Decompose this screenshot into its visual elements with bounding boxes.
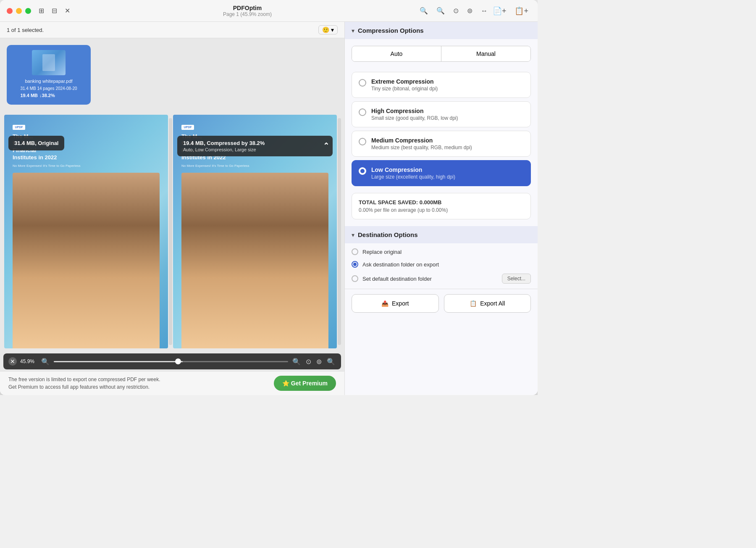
high-compression-option[interactable]: High Compression Small size (good qualit…	[352, 101, 531, 127]
pdf-date: 2024-08-20	[55, 86, 77, 91]
medium-option-text: Medium Compression Medium size (best qua…	[371, 137, 472, 150]
zoom-fill	[54, 361, 183, 362]
extreme-compression-option[interactable]: Extreme Compression Tiny size (bitonal, …	[352, 72, 531, 98]
export-file-button[interactable]: 📋+	[512, 5, 531, 17]
updf-logo-left: UPDF	[13, 125, 25, 130]
low-option-text: Low Compression Large size (excellent qu…	[371, 166, 455, 180]
zoom-slider-container[interactable]	[54, 361, 288, 362]
savings-percent: ↓38.2%	[39, 92, 55, 100]
ask-label: Ask destination folder on export	[362, 261, 439, 268]
selection-bar: 1 of 1 selected. 🙂 ▾	[0, 22, 344, 38]
manual-toggle-button[interactable]: Manual	[441, 46, 530, 61]
zoom-close-button[interactable]: ✕	[8, 357, 17, 366]
add-file-button[interactable]: 📄+	[490, 5, 509, 17]
set-default-option[interactable]: Set default destination folder Select...	[352, 274, 531, 284]
ask-radio-inner	[353, 263, 357, 266]
export-button[interactable]: 📤 Export	[352, 294, 439, 313]
page-subtext-right: No More Expenses! It's Time to Go Paperl…	[181, 164, 328, 168]
page-photo-right	[181, 173, 328, 348]
close-tab-button[interactable]: ⊟	[49, 5, 60, 16]
compressed-preview-side: UPDF The M...for Banks and FinancialInst…	[173, 115, 337, 348]
actual-size-button[interactable]: ⊚	[465, 5, 475, 16]
extreme-option-text: Extreme Compression Tiny size (bitonal, …	[371, 78, 438, 92]
zoom-out-slider-button[interactable]: 🔍	[40, 357, 50, 366]
scroll-divider-left[interactable]	[169, 118, 172, 345]
pdf-savings: 19.4 MB ↓38.2%	[20, 92, 77, 100]
left-panel: 1 of 1 selected. 🙂 ▾ banking whitepapar.…	[0, 22, 344, 395]
zoom-actual-slider-button[interactable]: ⊚	[315, 357, 323, 366]
compressed-size: 19.4 MB	[20, 92, 38, 100]
ask-destination-option[interactable]: Ask destination folder on export	[352, 261, 531, 268]
low-radio	[359, 167, 366, 175]
default-label: Set default destination folder	[362, 276, 432, 282]
original-size-label: 31.4 MB, Original	[14, 140, 58, 146]
high-option-text: High Compression Small size (good qualit…	[371, 108, 458, 121]
destination-chevron-icon: ▾	[352, 232, 354, 238]
banner-line2: Get Premium to access full app features …	[8, 383, 160, 391]
bottom-banner: The free version is limited to export on…	[0, 371, 344, 395]
zoom-thumb[interactable]	[175, 358, 181, 364]
export-all-button[interactable]: 📋 Export All	[444, 294, 531, 313]
select-folder-button[interactable]: Select...	[502, 274, 531, 284]
compression-toggle-group: Auto Manual	[352, 46, 531, 62]
high-sub: Small size (good quality, RGB, low dpi)	[371, 115, 458, 121]
replace-radio	[352, 248, 358, 255]
page-subtext-left: No More Expenses! It's Time to Go Paperl…	[13, 164, 160, 168]
emoji-picker-button[interactable]: 🙂 ▾	[318, 25, 338, 34]
ask-radio	[352, 261, 358, 268]
titlebar-right-actions: 📄+ 📋+	[490, 5, 531, 17]
zoom-out-button[interactable]: 🔍	[417, 5, 430, 16]
zoom-in-slider-button[interactable]: 🔍	[291, 357, 302, 366]
pdf-mini-person-shape	[42, 54, 55, 71]
pdf-pages: 14 pages	[37, 86, 54, 91]
destination-section-title: Destination Options	[358, 231, 418, 238]
pdf-thumbnail-card[interactable]: banking whitepapar.pdf 31.4 MB 14 pages …	[7, 45, 91, 105]
close-button[interactable]	[7, 8, 13, 14]
banner-text: The free version is limited to export on…	[8, 376, 160, 391]
maximize-button[interactable]	[25, 8, 31, 14]
zoom-fit-width-button[interactable]: ↔	[478, 5, 490, 16]
export-icon: 📤	[381, 300, 388, 307]
medium-radio	[359, 138, 366, 145]
original-preview-side: UPDF The M...for Banks and FinancialInst…	[4, 115, 168, 348]
dropdown-arrow: ▾	[331, 26, 334, 33]
default-radio	[352, 275, 358, 282]
auto-toggle-button[interactable]: Auto	[352, 46, 441, 61]
titlebar-zoom-icons: 🔍 🔍 ⊙ ⊚ ↔	[417, 5, 490, 16]
new-tab-button[interactable]: ⊞	[36, 5, 47, 16]
zoom-track	[54, 361, 288, 362]
get-premium-button[interactable]: ⭐ Get Premium	[274, 376, 336, 391]
people-illustration-right	[181, 173, 328, 348]
compressed-size-label: 19.4 MB, Compressed by 38.2%	[183, 140, 327, 146]
right-panel: ▾ Compression Options Auto Manual Extrem…	[344, 22, 538, 395]
replace-original-option[interactable]: Replace original	[352, 248, 531, 255]
medium-compression-option[interactable]: Medium Compression Medium size (best qua…	[352, 131, 531, 157]
zoom-in-button[interactable]: 🔍	[434, 5, 447, 16]
compression-section-title: Compression Options	[358, 27, 424, 34]
updf-logo-right: UPDF	[181, 125, 194, 130]
close-window-button[interactable]: ✕	[62, 5, 73, 16]
page-preview-container: UPDF The M...for Banks and FinancialInst…	[0, 111, 344, 352]
scroll-divider-right[interactable]	[338, 118, 341, 345]
low-sub: Large size (excellent quality, high dpi)	[371, 174, 455, 180]
titlebar-title-area: PDFOptim Page 1 (45.9% zoom)	[78, 5, 417, 17]
pdf-filename: banking whitepapar.pdf	[25, 79, 72, 84]
zoom-fit-slider-button[interactable]: ⊙	[305, 357, 312, 366]
destination-section-header: ▾ Destination Options	[345, 226, 538, 243]
selection-count: 1 of 1 selected.	[7, 27, 44, 33]
export-bar: 📤 Export 📋 Export All	[345, 289, 538, 318]
fit-page-button[interactable]: ⊙	[451, 5, 461, 16]
destination-options-list: Replace original Ask destination folder …	[345, 243, 538, 289]
pdf-list-area: banking whitepapar.pdf 31.4 MB 14 pages …	[0, 38, 344, 111]
window-controls	[7, 8, 31, 14]
minimize-button[interactable]	[16, 8, 22, 14]
medium-label: Medium Compression	[371, 137, 472, 144]
compression-section-header: ▾ Compression Options	[345, 22, 538, 39]
zoom-out-slider-btn2[interactable]: 🔍	[326, 357, 336, 366]
export-all-icon: 📋	[470, 300, 477, 307]
app-window: ⊞ ⊟ ✕ PDFOptim Page 1 (45.9% zoom) 🔍 🔍 ⊙…	[0, 0, 538, 395]
app-name: PDFOptim	[78, 5, 417, 11]
export-label: Export	[392, 300, 409, 307]
low-compression-option[interactable]: Low Compression Large size (excellent qu…	[352, 160, 531, 186]
space-saved-box: TOTAL SPACE SAVED: 0.000MB 0.00% per fil…	[352, 193, 531, 219]
